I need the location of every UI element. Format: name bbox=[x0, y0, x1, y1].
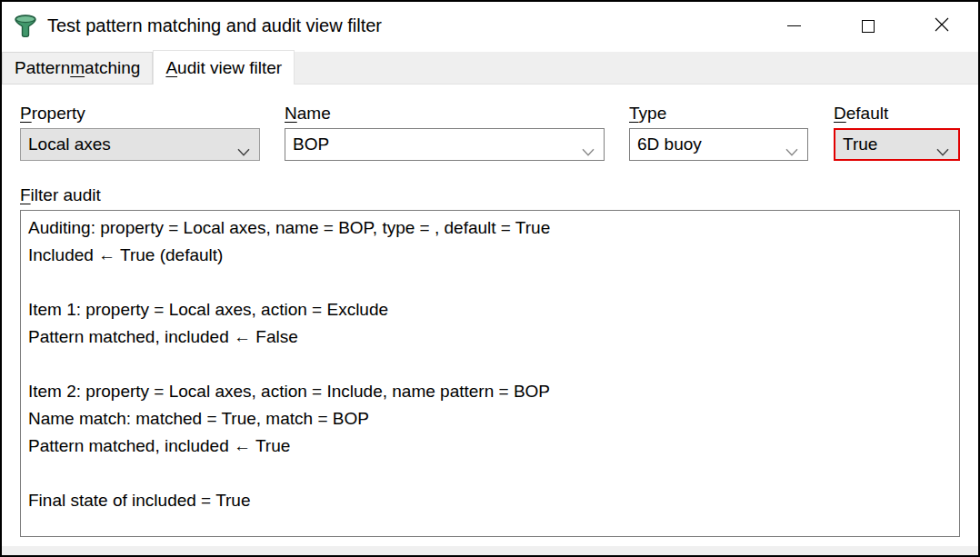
chevron-down-icon bbox=[237, 141, 250, 149]
tab-label-part: udit view filter bbox=[177, 58, 282, 78]
filter-audit-label: Filter audit bbox=[20, 184, 101, 206]
name-value: BOP bbox=[293, 134, 329, 154]
default-value: True bbox=[843, 134, 877, 154]
app-window: Test pattern matching and audit view fil… bbox=[0, 0, 980, 557]
property-label: Property bbox=[20, 103, 260, 124]
audit-line bbox=[28, 460, 952, 487]
property-value: Local axes bbox=[28, 134, 111, 154]
chevron-down-icon bbox=[785, 141, 798, 149]
tab-pattern-matching[interactable]: Pattern matching bbox=[2, 52, 153, 85]
default-label: Default bbox=[834, 103, 960, 124]
tab-label-mnemonic: A bbox=[165, 58, 177, 78]
default-dropdown[interactable]: True bbox=[834, 128, 960, 161]
audit-line: Item 1: property = Local axes, action = … bbox=[28, 296, 952, 323]
audit-line bbox=[28, 351, 952, 378]
type-dropdown[interactable]: 6D buoy bbox=[629, 128, 808, 161]
type-label: Type bbox=[629, 103, 808, 124]
type-value: 6D buoy bbox=[637, 134, 702, 154]
close-button[interactable] bbox=[905, 2, 978, 50]
property-field-group: Property Local axes bbox=[20, 103, 260, 161]
audit-line: Pattern matched, included ← False bbox=[28, 323, 952, 351]
minimize-icon bbox=[787, 25, 801, 26]
window-controls bbox=[757, 2, 978, 50]
property-dropdown[interactable]: Local axes bbox=[20, 128, 260, 161]
audit-view-filter-page: Property Local axes Name BOP Type 6D buo… bbox=[2, 85, 978, 546]
default-field-group: Default True bbox=[834, 103, 960, 161]
minimize-button[interactable] bbox=[757, 2, 831, 50]
title-bar: Test pattern matching and audit view fil… bbox=[2, 2, 978, 50]
audit-line: Auditing: property = Local axes, name = … bbox=[28, 214, 952, 242]
audit-line: Name match: matched = True, match = BOP bbox=[28, 405, 952, 433]
tab-audit-view-filter[interactable]: Audit view filter bbox=[153, 50, 295, 85]
filter-audit-textbox[interactable]: Auditing: property = Local axes, name = … bbox=[20, 210, 960, 537]
name-dropdown[interactable]: BOP bbox=[285, 128, 605, 161]
audit-line: Item 2: property = Local axes, action = … bbox=[28, 378, 952, 405]
filter-funnel-icon bbox=[13, 14, 38, 39]
audit-line: Pattern matched, included ← True bbox=[28, 433, 952, 460]
name-label: Name bbox=[285, 103, 605, 124]
close-icon bbox=[935, 17, 949, 35]
tab-label-part: atching bbox=[85, 58, 140, 78]
maximize-icon bbox=[862, 20, 875, 33]
audit-line: Final state of included = True bbox=[28, 487, 952, 514]
tab-strip: Pattern matching Audit view filter bbox=[2, 50, 978, 85]
tab-label-part: Pattern bbox=[15, 58, 70, 78]
maximize-button[interactable] bbox=[831, 2, 905, 50]
window-bottom-strip bbox=[2, 546, 978, 555]
audit-line bbox=[28, 269, 952, 296]
name-field-group: Name BOP bbox=[285, 103, 605, 161]
chevron-down-icon bbox=[582, 141, 595, 149]
tab-strip-filler bbox=[295, 52, 978, 85]
window-title: Test pattern matching and audit view fil… bbox=[47, 15, 382, 36]
chevron-down-icon bbox=[936, 141, 949, 149]
audit-line: Included ← True (default) bbox=[28, 242, 952, 269]
tab-label-mnemonic: m bbox=[70, 58, 85, 78]
type-field-group: Type 6D buoy bbox=[629, 103, 808, 161]
